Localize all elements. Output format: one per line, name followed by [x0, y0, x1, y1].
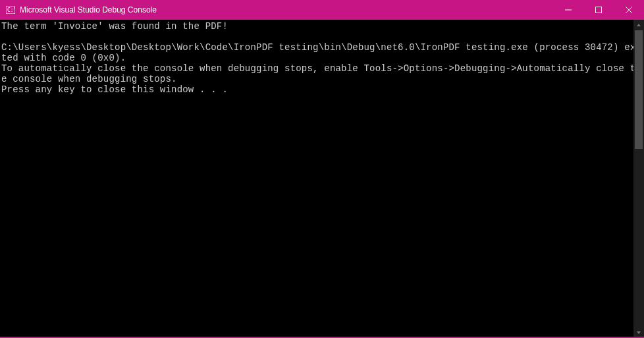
vertical-scrollbar[interactable]	[633, 20, 644, 338]
console-icon: C:\	[5, 5, 16, 15]
scrollbar-track[interactable]	[633, 30, 644, 327]
svg-rect-3	[596, 7, 602, 13]
maximize-button[interactable]	[583, 0, 614, 20]
scrollbar-thumb[interactable]	[635, 30, 643, 149]
svg-text:C:\: C:\	[7, 7, 15, 13]
window-controls	[553, 0, 644, 20]
close-button[interactable]	[614, 0, 644, 20]
window-title: Microsoft Visual Studio Debug Console	[20, 5, 553, 14]
svg-marker-6	[637, 24, 641, 26]
console-output: The term 'Invoice' was found in the PDF!…	[0, 20, 644, 95]
scroll-up-arrow[interactable]	[633, 20, 644, 30]
svg-marker-7	[637, 331, 641, 334]
console-body: The term 'Invoice' was found in the PDF!…	[0, 20, 644, 338]
titlebar[interactable]: C:\ Microsoft Visual Studio Debug Consol…	[0, 0, 644, 20]
minimize-button[interactable]	[553, 0, 583, 20]
